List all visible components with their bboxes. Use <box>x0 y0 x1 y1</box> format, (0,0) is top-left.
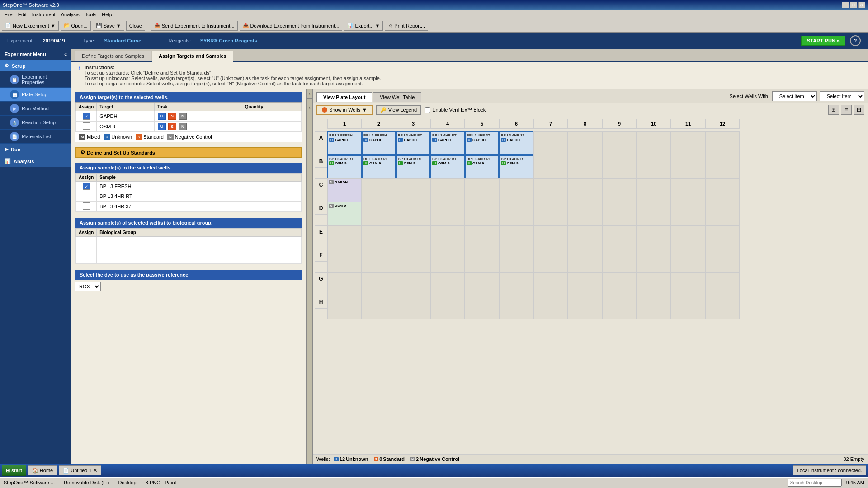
sample-assign-1[interactable] <box>83 183 90 190</box>
well-b4[interactable]: BP L3 4HR RT U OSM-9 <box>430 155 465 178</box>
well-f12[interactable] <box>705 249 740 272</box>
well-b3[interactable]: BP L3 4HR RT U OSM-9 <box>396 155 430 178</box>
minimize-btn[interactable]: − <box>842 2 849 8</box>
well-f7[interactable] <box>533 249 568 272</box>
task-btn-s-osm9[interactable]: S <box>168 123 176 130</box>
well-a5[interactable]: BP L3 4HR 37 U GAPDH <box>465 131 499 155</box>
well-c12[interactable] <box>705 178 740 202</box>
well-b5[interactable]: BP L3 4HR RT U OSM-9 <box>465 155 499 178</box>
close-btn2[interactable]: Close <box>126 21 145 31</box>
well-c6[interactable] <box>499 178 533 202</box>
collapse-icon[interactable]: « <box>64 52 67 57</box>
sidebar-item-run-method[interactable]: ▶ Run Method <box>0 102 71 116</box>
well-a8[interactable] <box>568 131 602 155</box>
sidebar-section-setup[interactable]: ⚙ Setup <box>0 60 71 72</box>
well-f8[interactable] <box>568 249 602 272</box>
well-b6[interactable]: BP L3 4HR RT U OSM-9 <box>499 155 533 178</box>
well-f4[interactable] <box>430 249 465 272</box>
menu-tools[interactable]: Tools <box>82 11 99 18</box>
well-a3[interactable]: BP L3 4HR RT U GAPDH <box>396 131 430 155</box>
view-icon-2[interactable]: ≡ <box>841 105 852 115</box>
well-f11[interactable] <box>671 249 705 272</box>
menu-file[interactable]: File <box>2 11 15 18</box>
well-h4[interactable] <box>430 296 465 319</box>
well-e9[interactable] <box>602 225 637 249</box>
passive-ref-select[interactable]: ROX None <box>75 282 101 291</box>
well-a2[interactable]: BP L3 FRESH U GAPDH <box>362 131 396 155</box>
well-e2[interactable] <box>362 225 396 249</box>
well-g2[interactable] <box>362 272 396 296</box>
well-h5[interactable] <box>465 296 499 319</box>
veriflex-checkbox[interactable] <box>425 107 430 113</box>
well-d1[interactable]: N OSM-9 <box>327 202 362 225</box>
task-btn-s-gapdh[interactable]: S <box>168 113 176 120</box>
well-b8[interactable] <box>568 155 602 178</box>
well-d4[interactable] <box>430 202 465 225</box>
well-e7[interactable] <box>533 225 568 249</box>
export-btn[interactable]: 📊 Export... ▼ <box>344 21 383 31</box>
well-f9[interactable] <box>602 249 637 272</box>
well-e5[interactable] <box>465 225 499 249</box>
close-btn[interactable]: ✕ <box>858 2 865 8</box>
well-h3[interactable] <box>396 296 430 319</box>
menu-instrument[interactable]: Instrument <box>29 11 58 18</box>
well-f6[interactable] <box>499 249 533 272</box>
well-d5[interactable] <box>465 202 499 225</box>
sidebar-item-plate-setup[interactable]: ▦ Plate Setup <box>0 88 71 102</box>
sidebar-item-experiment-properties[interactable]: 📋 Experiment Properties <box>0 72 71 88</box>
save-btn[interactable]: 💾 Save ▼ <box>93 21 124 31</box>
well-h1[interactable] <box>327 296 362 319</box>
well-f2[interactable] <box>362 249 396 272</box>
well-c9[interactable] <box>602 178 637 202</box>
well-h6[interactable] <box>499 296 533 319</box>
well-d8[interactable] <box>568 202 602 225</box>
open-btn[interactable]: 📂 Open... <box>61 21 91 31</box>
taskbar-tab1[interactable]: 📄 Untitled 1 ✕ <box>59 465 101 475</box>
well-d6[interactable] <box>499 202 533 225</box>
well-b2[interactable]: BP L3 4HR RT U OSM-9 <box>362 155 396 178</box>
target-assign-osm9[interactable] <box>83 122 90 130</box>
well-g9[interactable] <box>602 272 637 296</box>
well-g12[interactable] <box>705 272 740 296</box>
help-btn[interactable]: ? <box>850 35 861 46</box>
well-g7[interactable] <box>533 272 568 296</box>
target-assign-gapdh[interactable] <box>83 113 90 120</box>
well-d11[interactable] <box>671 202 705 225</box>
well-e1[interactable] <box>327 225 362 249</box>
well-b1[interactable]: BP L3 4HR RT U OSM-9 <box>327 155 362 178</box>
well-h10[interactable] <box>637 296 671 319</box>
tab-well-table[interactable]: View Well Table <box>373 92 421 102</box>
well-b7[interactable] <box>533 155 568 178</box>
well-f1[interactable] <box>327 249 362 272</box>
define-standards-btn[interactable]: ⚙ Define and Set Up Standards <box>75 147 302 158</box>
well-b12[interactable] <box>705 155 740 178</box>
sample-assign-2[interactable] <box>83 192 90 199</box>
well-c8[interactable] <box>568 178 602 202</box>
well-g11[interactable] <box>671 272 705 296</box>
well-c2[interactable] <box>362 178 396 202</box>
well-c1[interactable]: N GAPDH <box>327 178 362 202</box>
task-btn-u-osm9[interactable]: U <box>158 123 166 130</box>
well-a7[interactable] <box>533 131 568 155</box>
well-d2[interactable] <box>362 202 396 225</box>
sidebar-section-run[interactable]: ▶ Run <box>0 144 71 155</box>
download-experiment-btn[interactable]: 📥 Download Experiment from Instrument... <box>240 21 343 31</box>
sample-assign-3[interactable] <box>83 202 90 210</box>
well-g6[interactable] <box>499 272 533 296</box>
collapse-up-btn[interactable]: ‹ <box>307 89 312 99</box>
well-h9[interactable] <box>602 296 637 319</box>
well-g8[interactable] <box>568 272 602 296</box>
well-e8[interactable] <box>568 225 602 249</box>
well-g1[interactable] <box>327 272 362 296</box>
well-d9[interactable] <box>602 202 637 225</box>
well-c3[interactable] <box>396 178 430 202</box>
well-a1[interactable]: BP L3 FRESH U GAPDH <box>327 131 362 155</box>
tab-plate-layout[interactable]: View Plate Layout <box>316 92 372 102</box>
well-a6[interactable]: BP L3 4HR 37 U GAPDH <box>499 131 533 155</box>
menu-edit[interactable]: Edit <box>15 11 29 18</box>
well-c10[interactable] <box>637 178 671 202</box>
well-h2[interactable] <box>362 296 396 319</box>
start-btn[interactable]: ⊞ start <box>2 465 26 476</box>
well-c7[interactable] <box>533 178 568 202</box>
well-e11[interactable] <box>671 225 705 249</box>
